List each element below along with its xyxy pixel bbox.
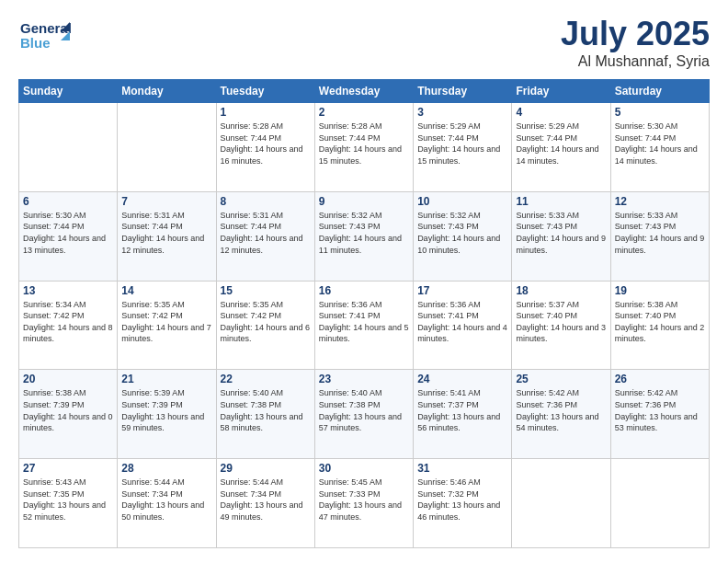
calendar-cell (19, 103, 118, 192)
day-info: Sunrise: 5:32 AM Sunset: 7:43 PM Dayligh… (319, 210, 409, 256)
day-info: Sunrise: 5:38 AM Sunset: 7:39 PM Dayligh… (23, 387, 113, 433)
day-number: 3 (417, 106, 507, 119)
calendar-cell: 22Sunrise: 5:40 AM Sunset: 7:38 PM Dayli… (216, 370, 314, 459)
calendar-cell: 29Sunrise: 5:44 AM Sunset: 7:34 PM Dayli… (216, 459, 314, 548)
day-info: Sunrise: 5:28 AM Sunset: 7:44 PM Dayligh… (319, 121, 409, 167)
day-number: 29 (221, 462, 311, 475)
calendar-cell: 5Sunrise: 5:30 AM Sunset: 7:44 PM Daylig… (610, 103, 709, 192)
calendar-cell: 28Sunrise: 5:44 AM Sunset: 7:34 PM Dayli… (118, 459, 216, 548)
day-info: Sunrise: 5:40 AM Sunset: 7:38 PM Dayligh… (319, 387, 409, 433)
day-header-wednesday: Wednesday (314, 80, 413, 103)
day-number: 18 (516, 284, 606, 297)
calendar-header-row: SundayMondayTuesdayWednesdayThursdayFrid… (19, 80, 710, 103)
calendar-cell: 1Sunrise: 5:28 AM Sunset: 7:44 PM Daylig… (216, 103, 314, 192)
calendar-cell: 24Sunrise: 5:41 AM Sunset: 7:37 PM Dayli… (414, 370, 512, 459)
calendar-cell: 21Sunrise: 5:39 AM Sunset: 7:39 PM Dayli… (118, 370, 216, 459)
calendar-week-4: 20Sunrise: 5:38 AM Sunset: 7:39 PM Dayli… (19, 370, 710, 459)
day-number: 19 (615, 284, 705, 297)
calendar-cell: 23Sunrise: 5:40 AM Sunset: 7:38 PM Dayli… (314, 370, 413, 459)
day-number: 12 (615, 195, 705, 208)
calendar-cell: 20Sunrise: 5:38 AM Sunset: 7:39 PM Dayli… (19, 370, 118, 459)
calendar-week-2: 6Sunrise: 5:30 AM Sunset: 7:44 PM Daylig… (19, 191, 710, 281)
day-info: Sunrise: 5:36 AM Sunset: 7:41 PM Dayligh… (319, 299, 409, 345)
day-number: 10 (417, 195, 507, 208)
day-header-monday: Monday (118, 80, 216, 103)
day-info: Sunrise: 5:41 AM Sunset: 7:37 PM Dayligh… (417, 387, 507, 433)
day-number: 1 (221, 106, 311, 119)
day-header-friday: Friday (512, 80, 610, 103)
day-info: Sunrise: 5:39 AM Sunset: 7:39 PM Dayligh… (121, 387, 211, 433)
day-number: 27 (23, 462, 113, 475)
day-header-thursday: Thursday (414, 80, 512, 103)
svg-text:General: General (20, 20, 72, 36)
logo-icon: General Blue (18, 15, 74, 55)
day-info: Sunrise: 5:28 AM Sunset: 7:44 PM Dayligh… (221, 121, 311, 167)
day-number: 11 (516, 195, 606, 208)
day-info: Sunrise: 5:44 AM Sunset: 7:34 PM Dayligh… (121, 477, 211, 523)
day-number: 25 (516, 373, 606, 385)
calendar-cell: 26Sunrise: 5:42 AM Sunset: 7:36 PM Dayli… (610, 370, 709, 459)
calendar-cell: 4Sunrise: 5:29 AM Sunset: 7:44 PM Daylig… (512, 103, 610, 192)
day-info: Sunrise: 5:33 AM Sunset: 7:43 PM Dayligh… (516, 210, 606, 256)
page: General Blue July 2025 Al Mushannaf, Syr… (0, 0, 728, 563)
calendar-cell (512, 459, 610, 548)
day-number: 13 (23, 284, 113, 297)
calendar-cell: 2Sunrise: 5:28 AM Sunset: 7:44 PM Daylig… (314, 103, 413, 192)
day-number: 4 (516, 106, 606, 119)
day-number: 6 (23, 195, 113, 208)
day-info: Sunrise: 5:38 AM Sunset: 7:40 PM Dayligh… (615, 299, 705, 345)
calendar-week-5: 27Sunrise: 5:43 AM Sunset: 7:35 PM Dayli… (19, 459, 710, 548)
day-number: 2 (319, 106, 409, 119)
calendar-cell: 30Sunrise: 5:45 AM Sunset: 7:33 PM Dayli… (314, 459, 413, 548)
calendar-cell: 6Sunrise: 5:30 AM Sunset: 7:44 PM Daylig… (19, 191, 118, 281)
day-number: 7 (121, 195, 211, 208)
day-info: Sunrise: 5:43 AM Sunset: 7:35 PM Dayligh… (23, 477, 113, 523)
calendar-cell: 8Sunrise: 5:31 AM Sunset: 7:44 PM Daylig… (216, 191, 314, 281)
day-number: 14 (121, 284, 211, 297)
calendar-cell: 9Sunrise: 5:32 AM Sunset: 7:43 PM Daylig… (314, 191, 413, 281)
day-number: 30 (319, 462, 409, 475)
day-number: 20 (23, 373, 113, 385)
header: General Blue July 2025 Al Mushannaf, Syr… (18, 15, 710, 70)
location: Al Mushannaf, Syria (561, 53, 710, 70)
day-header-saturday: Saturday (610, 80, 709, 103)
day-info: Sunrise: 5:30 AM Sunset: 7:44 PM Dayligh… (615, 121, 705, 167)
calendar-cell: 12Sunrise: 5:33 AM Sunset: 7:43 PM Dayli… (610, 191, 709, 281)
day-info: Sunrise: 5:45 AM Sunset: 7:33 PM Dayligh… (319, 477, 409, 523)
month-title: July 2025 (561, 15, 710, 53)
day-info: Sunrise: 5:34 AM Sunset: 7:42 PM Dayligh… (23, 299, 113, 345)
day-header-sunday: Sunday (19, 80, 118, 103)
calendar-week-3: 13Sunrise: 5:34 AM Sunset: 7:42 PM Dayli… (19, 281, 710, 370)
calendar-cell: 17Sunrise: 5:36 AM Sunset: 7:41 PM Dayli… (414, 281, 512, 370)
day-info: Sunrise: 5:29 AM Sunset: 7:44 PM Dayligh… (417, 121, 507, 167)
day-info: Sunrise: 5:44 AM Sunset: 7:34 PM Dayligh… (221, 477, 311, 523)
day-info: Sunrise: 5:46 AM Sunset: 7:32 PM Dayligh… (417, 477, 507, 523)
svg-text:Blue: Blue (20, 35, 51, 51)
calendar-cell: 25Sunrise: 5:42 AM Sunset: 7:36 PM Dayli… (512, 370, 610, 459)
day-info: Sunrise: 5:40 AM Sunset: 7:38 PM Dayligh… (221, 387, 311, 433)
day-info: Sunrise: 5:35 AM Sunset: 7:42 PM Dayligh… (221, 299, 311, 345)
day-info: Sunrise: 5:36 AM Sunset: 7:41 PM Dayligh… (417, 299, 507, 345)
calendar-cell: 14Sunrise: 5:35 AM Sunset: 7:42 PM Dayli… (118, 281, 216, 370)
day-number: 5 (615, 106, 705, 119)
calendar-cell: 16Sunrise: 5:36 AM Sunset: 7:41 PM Dayli… (314, 281, 413, 370)
calendar-cell: 15Sunrise: 5:35 AM Sunset: 7:42 PM Dayli… (216, 281, 314, 370)
calendar-cell (118, 103, 216, 192)
day-info: Sunrise: 5:33 AM Sunset: 7:43 PM Dayligh… (615, 210, 705, 256)
day-info: Sunrise: 5:31 AM Sunset: 7:44 PM Dayligh… (221, 210, 311, 256)
day-info: Sunrise: 5:42 AM Sunset: 7:36 PM Dayligh… (615, 387, 705, 433)
day-number: 24 (417, 373, 507, 385)
calendar-week-1: 1Sunrise: 5:28 AM Sunset: 7:44 PM Daylig… (19, 103, 710, 192)
calendar-cell: 13Sunrise: 5:34 AM Sunset: 7:42 PM Dayli… (19, 281, 118, 370)
calendar-cell: 10Sunrise: 5:32 AM Sunset: 7:43 PM Dayli… (414, 191, 512, 281)
day-number: 15 (221, 284, 311, 297)
day-number: 9 (319, 195, 409, 208)
day-number: 26 (615, 373, 705, 385)
day-number: 17 (417, 284, 507, 297)
day-info: Sunrise: 5:37 AM Sunset: 7:40 PM Dayligh… (516, 299, 606, 345)
day-number: 21 (121, 373, 211, 385)
day-number: 16 (319, 284, 409, 297)
day-info: Sunrise: 5:42 AM Sunset: 7:36 PM Dayligh… (516, 387, 606, 433)
day-number: 28 (121, 462, 211, 475)
day-info: Sunrise: 5:35 AM Sunset: 7:42 PM Dayligh… (121, 299, 211, 345)
